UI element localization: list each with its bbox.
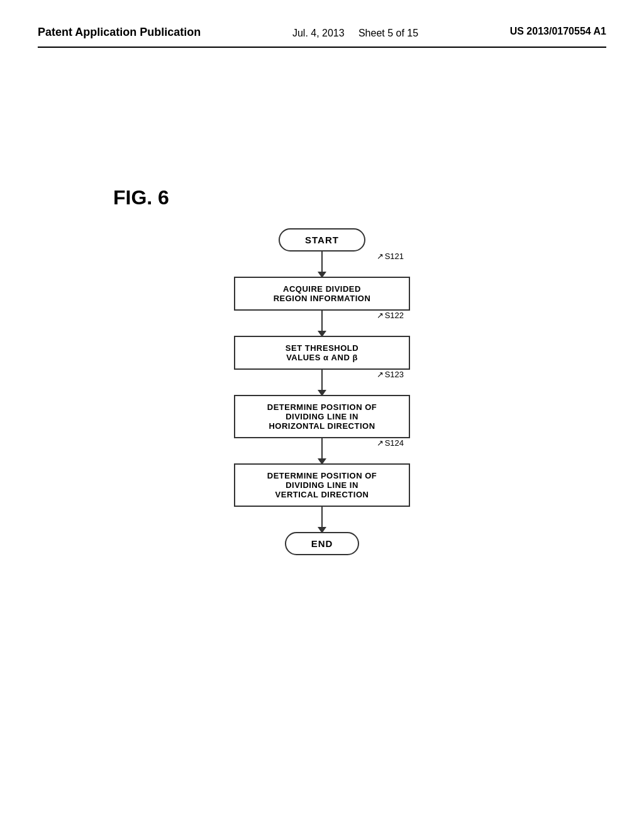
- publication-date: Jul. 4, 2013: [292, 28, 345, 38]
- step-s122-box: SET THRESHOLD VALUES α AND β: [234, 336, 410, 370]
- flowchart: START ↗ S121 ACQUIRE DIVIDED REGION INFO…: [38, 228, 606, 555]
- step-s124-line3: VERTICAL DIRECTION: [248, 490, 396, 499]
- end-label: END: [311, 538, 333, 549]
- step-s122-line1: SET THRESHOLD: [248, 343, 396, 353]
- step-s123-line1: DETERMINE POSITION OF: [248, 402, 396, 412]
- step-s124-node: DETERMINE POSITION OF DIVIDING LINE IN V…: [234, 463, 410, 507]
- page-header: Patent Application Publication Jul. 4, 2…: [38, 25, 606, 48]
- end-shape: END: [285, 532, 360, 555]
- step-s123-node: DETERMINE POSITION OF DIVIDING LINE IN H…: [234, 395, 410, 438]
- arrow-to-s122: ↗ S122: [234, 311, 410, 336]
- figure-label: FIG. 6: [113, 186, 606, 209]
- step-s121-text: S121: [385, 252, 404, 261]
- header-date-sheet: Jul. 4, 2013 Sheet 5 of 15: [292, 25, 418, 42]
- step-s123-line2: DIVIDING LINE IN: [248, 412, 396, 421]
- start-shape: START: [279, 228, 365, 252]
- step-s124-text: S124: [385, 438, 404, 448]
- step-s123-text: S123: [385, 370, 404, 379]
- start-node: START: [279, 228, 365, 252]
- step-s124-box: DETERMINE POSITION OF DIVIDING LINE IN V…: [234, 463, 410, 507]
- step-label-s124: ↗ S124: [377, 438, 404, 448]
- step-s122-node: SET THRESHOLD VALUES α AND β: [234, 336, 410, 370]
- arrow-to-end: [234, 507, 410, 532]
- arrow-to-s121: ↗ S121: [234, 252, 410, 277]
- step-label-s123: ↗ S123: [377, 370, 404, 379]
- arrow-to-s123: ↗ S123: [234, 370, 410, 395]
- step-label-s122: ↗ S122: [377, 311, 404, 320]
- step-s123-line3: HORIZONTAL DIRECTION: [248, 421, 396, 431]
- step-s122-line2: VALUES α AND β: [248, 353, 396, 362]
- end-node: END: [285, 532, 360, 555]
- start-label: START: [305, 235, 339, 245]
- sheet-info: Sheet 5 of 15: [358, 28, 418, 38]
- step-s121-line1: ACQUIRE DIVIDED: [248, 284, 396, 294]
- publication-title: Patent Application Publication: [38, 25, 201, 40]
- step-s121-node: ACQUIRE DIVIDED REGION INFORMATION: [234, 277, 410, 311]
- arrow-to-s124: ↗ S124: [234, 438, 410, 463]
- page-container: Patent Application Publication Jul. 4, 2…: [0, 0, 644, 830]
- step-s122-text: S122: [385, 311, 404, 320]
- step-s123-box: DETERMINE POSITION OF DIVIDING LINE IN H…: [234, 395, 410, 438]
- step-s121-box: ACQUIRE DIVIDED REGION INFORMATION: [234, 277, 410, 311]
- step-s121-line2: REGION INFORMATION: [248, 294, 396, 303]
- step-s124-line1: DETERMINE POSITION OF: [248, 471, 396, 480]
- patent-number: US 2013/0170554 A1: [510, 25, 606, 38]
- step-label-s121: ↗ S121: [377, 252, 404, 261]
- step-s124-line2: DIVIDING LINE IN: [248, 480, 396, 490]
